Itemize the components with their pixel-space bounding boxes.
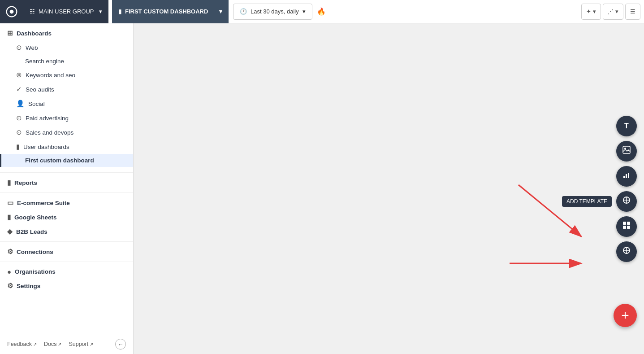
text-icon: T — [624, 122, 629, 130]
plus-icon: + — [621, 309, 629, 322]
fab-stack: T — [616, 116, 637, 262]
sidebar-item-web[interactable]: ⊙ Web — [0, 40, 133, 55]
keywords-icon: ⊚ — [16, 71, 22, 79]
sidebar-item-paid-advertising[interactable]: ⊙ Paid advertising — [0, 111, 133, 125]
group-selector[interactable]: ☷ MAIN USER GROUP ▾ — [23, 0, 108, 23]
feedback-label: Feedback — [7, 341, 32, 347]
add-image-button[interactable] — [616, 141, 637, 162]
sidebar-item-google-sheets[interactable]: ▮ Google Sheets — [0, 210, 133, 224]
docs-label: Docs — [44, 341, 56, 347]
social-icon: 👤 — [16, 100, 25, 108]
group-chevron-icon: ▾ — [99, 8, 102, 15]
add-template-tooltip: ADD TEMPLATE — [562, 196, 612, 207]
sidebar-item-settings[interactable]: ⚙ Settings — [0, 279, 133, 293]
google-sheets-icon: ▮ — [7, 213, 11, 221]
sidebar-item-ecommerce[interactable]: ▭ E-commerce Suite — [0, 196, 133, 210]
sidebar-item-b2b-leads[interactable]: ◆ B2B Leads — [0, 224, 133, 239]
topbar-actions: ✦ ▾ ⋰ ▾ ☰ — [581, 4, 640, 20]
dashboards-icon: ⊞ — [7, 29, 13, 37]
hamburger-icon: ☰ — [630, 8, 635, 15]
support-external-icon: ↗ — [90, 342, 93, 347]
dashboard-label: FIRST CUSTOM DASHBOARD — [125, 8, 208, 15]
date-chevron-icon: ▾ — [303, 8, 306, 15]
sidebar-item-user-dashboards[interactable]: ▮ User dashboards — [0, 140, 133, 154]
connections-icon: ⚙ — [7, 248, 13, 256]
magic-icon: ✦ — [586, 8, 591, 15]
web-icon: ⊙ — [16, 44, 22, 52]
ecommerce-icon: ▭ — [7, 199, 13, 207]
sidebar-item-first-custom[interactable]: First custom dashboard — [0, 154, 133, 167]
sidebar: ⊞ Dashboards ⊙ Web Search engine ⊚ Keywo… — [0, 23, 134, 354]
magic-button[interactable]: ✦ ▾ — [581, 4, 601, 20]
widget-icon — [622, 196, 631, 207]
b2b-icon: ◆ — [7, 227, 13, 236]
sidebar-item-organisations[interactable]: ● Organisations — [0, 265, 133, 279]
svg-point-1 — [10, 9, 14, 13]
svg-rect-6 — [628, 173, 629, 178]
reports-icon: ▮ — [7, 179, 11, 187]
sidebar-item-search-engine[interactable]: Search engine — [0, 55, 133, 68]
arrows-decoration — [483, 149, 617, 284]
sidebar-item-connections[interactable]: ⚙ Connections — [0, 245, 133, 259]
sidebar-item-social[interactable]: 👤 Social — [0, 96, 133, 111]
sidebar-item-keywords[interactable]: ⊚ Keywords and seo — [0, 68, 133, 82]
docs-link[interactable]: Docs ↗ — [44, 341, 61, 347]
share-icon: ⋰ — [608, 8, 614, 15]
svg-rect-4 — [623, 176, 625, 178]
sidebar-footer: Feedback ↗ Docs ↗ Support ↗ ← — [0, 334, 133, 354]
chart-icon — [622, 170, 631, 182]
svg-rect-5 — [626, 174, 627, 178]
topbar: ☷ MAIN USER GROUP ▾ ▮ FIRST CUSTOM DASHB… — [0, 0, 644, 23]
paid-icon: ⊙ — [16, 114, 22, 122]
sidebar-divider-3 — [0, 241, 133, 242]
sales-icon: ⊙ — [16, 128, 22, 136]
svg-rect-11 — [627, 222, 630, 225]
feedback-link[interactable]: Feedback ↗ — [7, 341, 37, 347]
main-content: T — [134, 23, 644, 354]
add-chart-button[interactable] — [616, 166, 637, 187]
user-dashboards-icon: ▮ — [16, 143, 20, 151]
sidebar-divider-1 — [0, 172, 133, 173]
sidebar-item-reports[interactable]: ▮ Reports — [0, 175, 133, 190]
svg-rect-13 — [627, 226, 630, 229]
sidebar-divider-4 — [0, 262, 133, 262]
share-button[interactable]: ⋰ ▾ — [603, 4, 623, 20]
support-link[interactable]: Support ↗ — [69, 341, 93, 347]
add-widget-button[interactable]: ADD TEMPLATE — [616, 191, 637, 212]
docs-external-icon: ↗ — [58, 342, 61, 347]
dashboard-doc-icon: ▮ — [118, 8, 121, 15]
sidebar-item-dashboards[interactable]: ⊞ Dashboards — [0, 26, 133, 40]
date-range-selector[interactable]: 🕐 Last 30 days, daily ▾ — [233, 4, 312, 20]
grid-icon — [622, 221, 631, 232]
date-label: Last 30 days, daily — [251, 8, 299, 15]
sidebar-divider-2 — [0, 192, 133, 193]
sidebar-dashboards-section: ⊞ Dashboards ⊙ Web Search engine ⊚ Keywo… — [0, 23, 133, 170]
clock-icon: 🕐 — [240, 8, 247, 15]
sidebar-item-seo-audits[interactable]: ✓ Seo audits — [0, 82, 133, 96]
external-link-icon: ↗ — [33, 342, 37, 347]
menu-button[interactable]: ☰ — [625, 4, 640, 20]
support-label: Support — [69, 341, 88, 347]
organisations-icon: ● — [7, 268, 11, 275]
sidebar-item-sales-devops[interactable]: ⊙ Sales and devops — [0, 125, 133, 140]
fire-icon: 🔥 — [317, 7, 326, 16]
group-label: MAIN USER GROUP — [39, 8, 94, 15]
magic-chevron-icon: ▾ — [593, 8, 596, 15]
back-icon[interactable]: ← — [115, 339, 126, 350]
svg-rect-2 — [623, 146, 630, 153]
seo-icon: ✓ — [16, 85, 22, 93]
add-text-button[interactable]: T — [616, 116, 637, 136]
logo — [0, 0, 23, 23]
settings-icon: ⚙ — [7, 282, 13, 290]
dashboard-chevron-icon: ▾ — [219, 8, 222, 15]
svg-rect-12 — [623, 226, 626, 229]
group-icon: ☷ — [30, 8, 35, 15]
svg-rect-10 — [623, 222, 626, 225]
add-grid-button[interactable] — [616, 216, 637, 237]
dashboard-selector[interactable]: ▮ FIRST CUSTOM DASHBOARD ▾ — [112, 0, 229, 23]
add-app-button[interactable] — [616, 241, 637, 262]
svg-line-19 — [519, 185, 581, 236]
main-layout: ⊞ Dashboards ⊙ Web Search engine ⊚ Keywo… — [0, 23, 644, 354]
add-button[interactable]: + — [614, 304, 637, 327]
image-icon — [622, 145, 631, 157]
